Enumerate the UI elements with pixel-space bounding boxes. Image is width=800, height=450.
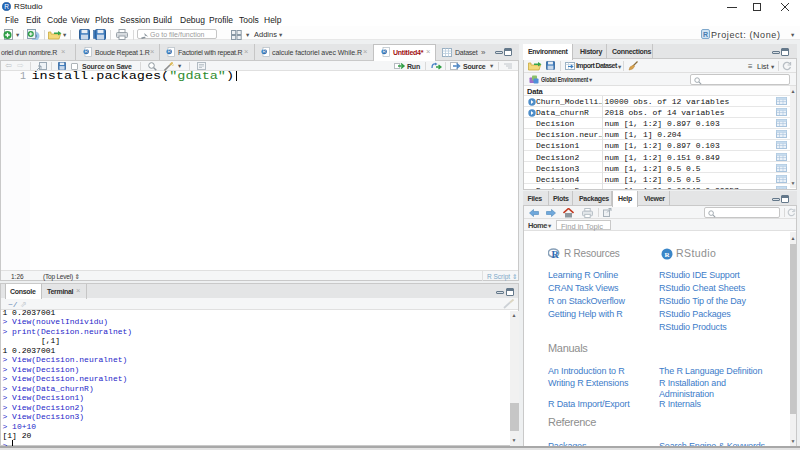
svg-text:R: R — [703, 31, 708, 38]
svg-text:R: R — [552, 249, 560, 259]
svg-text:R: R — [4, 3, 9, 10]
